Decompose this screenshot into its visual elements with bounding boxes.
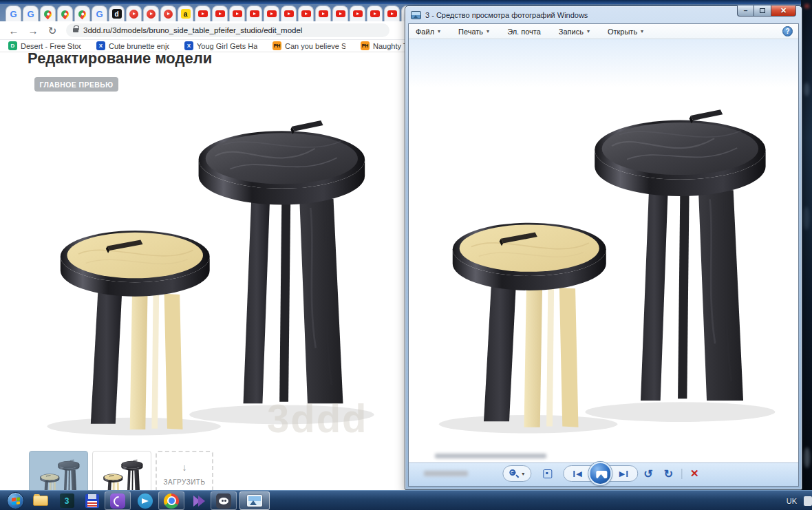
desktop-blob: [804, 4, 809, 8]
window-controls: – ✕: [737, 6, 796, 17]
desktop-blob: [804, 83, 809, 96]
taskbar-media-player-button[interactable]: [187, 491, 211, 510]
rotate-cw-button[interactable]: ↻: [659, 467, 679, 480]
youtube-favicon-icon: [284, 10, 294, 17]
taskbar-3dsmax-button[interactable]: 3: [55, 491, 78, 510]
tab-maps[interactable]: [40, 6, 56, 21]
tab-google[interactable]: G: [92, 6, 107, 21]
menu-burn[interactable]: Запись ▾: [559, 28, 590, 36]
close-button[interactable]: ✕: [771, 6, 796, 17]
reload-button[interactable]: ↻: [43, 21, 62, 40]
youtube-favicon-icon: [387, 10, 397, 17]
tab-youtube[interactable]: [281, 6, 297, 21]
chevron-down-icon: ▾: [438, 28, 440, 34]
menu-label: Открыть: [608, 28, 637, 36]
menu-file[interactable]: Файл ▾: [416, 28, 440, 36]
tab-3ddd[interactable]: d: [109, 6, 125, 21]
forward-button[interactable]: →: [23, 21, 43, 40]
x-favicon-icon: X: [184, 41, 193, 50]
previous-button[interactable]: ◀: [568, 469, 587, 478]
taskbar-chrome-button[interactable]: [158, 491, 184, 510]
thumbnail-selection-tint: [30, 451, 87, 490]
maps-pin-icon: [43, 8, 54, 19]
tab-amazon[interactable]: a: [178, 6, 193, 21]
red-round-favicon-icon: [147, 10, 156, 19]
desert-favicon-icon: D: [8, 41, 17, 50]
address-bar[interactable]: 3ddd.ru/3dmodels/bruno_side_table_pfeife…: [66, 23, 389, 37]
upload-dropzone[interactable]: ↓ ЗАГРУЗИТЬ: [156, 451, 213, 490]
taskbar-explorer-button[interactable]: [29, 491, 52, 510]
tab-maps[interactable]: [57, 6, 73, 21]
bookmark-item[interactable]: X Youg Girl Gets Hard...: [184, 41, 257, 50]
photo-viewer-controls: ▾ ◀ ▶: [502, 465, 704, 482]
language-indicator[interactable]: UK: [787, 497, 797, 505]
system-tray: UK: [787, 491, 806, 510]
maximize-button[interactable]: [754, 6, 771, 17]
viber-icon: [110, 493, 125, 509]
photo-viewer-menubar: Файл ▾ Печать ▾ Эл. почта Запись ▾ Откры…: [409, 24, 798, 39]
tab-youtube[interactable]: [195, 6, 211, 21]
taskbar-photo-viewer-button[interactable]: [239, 491, 270, 510]
tab-youtube[interactable]: [332, 6, 348, 21]
tab-maps[interactable]: [74, 6, 90, 21]
tab-youtube[interactable]: [264, 6, 279, 21]
youtube-favicon-icon: [370, 10, 380, 17]
discord-icon: [216, 493, 231, 509]
tab-youtube[interactable]: [384, 6, 400, 21]
telegram-icon: [138, 493, 153, 509]
thumbnail[interactable]: [92, 451, 151, 490]
slideshow-button[interactable]: [589, 462, 612, 485]
delete-button[interactable]: ✕: [685, 467, 705, 480]
tab-youtube[interactable]: [350, 6, 365, 21]
desktop-blob: [804, 447, 810, 468]
tab-youtube[interactable]: [229, 6, 245, 21]
taskbar-discord-button[interactable]: [211, 491, 237, 510]
menu-open[interactable]: Открыть ▾: [608, 28, 643, 36]
tab-video[interactable]: [143, 6, 159, 21]
chevron-down-icon: ▾: [587, 28, 590, 34]
tab-youtube[interactable]: [298, 6, 314, 21]
chevron-down-icon: ▾: [522, 471, 524, 477]
fit-to-window-button[interactable]: [538, 465, 556, 482]
back-button[interactable]: ←: [4, 21, 23, 40]
taskbar-viber-button[interactable]: [105, 491, 131, 510]
taskbar-telegram-button[interactable]: [133, 491, 157, 510]
floppy-disk-icon: [85, 494, 99, 508]
bookmark-item[interactable]: X Cute brunette enjo...: [96, 41, 169, 50]
menu-label: Эл. почта: [507, 28, 541, 36]
fit-to-window-icon: [543, 469, 552, 478]
slideshow-icon: [597, 471, 608, 478]
photo-viewer-icon: [247, 495, 262, 507]
tray-icon-partial[interactable]: [804, 496, 812, 506]
menu-print[interactable]: Печать ▾: [458, 28, 489, 36]
photo-viewer-app-icon: [411, 11, 421, 19]
tab-youtube[interactable]: [367, 6, 383, 21]
lock-icon: [73, 28, 78, 32]
tab-google[interactable]: G: [6, 6, 21, 21]
url-text: 3ddd.ru/3dmodels/bruno_side_table_pfeife…: [83, 26, 302, 34]
tab-video[interactable]: [126, 6, 142, 21]
bookmark-item[interactable]: PH Can you believe Sh...: [273, 41, 345, 50]
zoom-control[interactable]: ▾: [502, 465, 531, 482]
thumbnail-selected[interactable]: [29, 451, 88, 490]
tab-google[interactable]: G: [23, 6, 39, 21]
tab-youtube[interactable]: [315, 6, 331, 21]
prev-bar-icon: [573, 471, 575, 477]
rotate-ccw-button[interactable]: ↺: [638, 467, 658, 480]
help-button[interactable]: ?: [782, 26, 793, 36]
next-button[interactable]: ▶: [614, 469, 633, 478]
taskbar-save-app-button[interactable]: [81, 491, 104, 510]
tab-video[interactable]: [160, 6, 176, 21]
youtube-favicon-icon: [353, 10, 363, 17]
chevron-down-icon: ▾: [487, 28, 489, 34]
menu-label: Файл: [416, 28, 434, 36]
tab-youtube[interactable]: [246, 6, 262, 21]
start-button[interactable]: [7, 492, 24, 509]
next-bar-icon: [626, 471, 628, 477]
screen: G G G d a ← →: [0, 0, 812, 510]
tab-youtube[interactable]: [212, 6, 228, 21]
bookmark-desert[interactable]: D Desert - Free Stock...: [8, 41, 81, 50]
photo-viewer-titlebar[interactable]: 3 - Средство просмотра фотографий Window…: [411, 9, 588, 21]
minimize-button[interactable]: –: [737, 6, 754, 17]
menu-email[interactable]: Эл. почта: [507, 28, 541, 36]
